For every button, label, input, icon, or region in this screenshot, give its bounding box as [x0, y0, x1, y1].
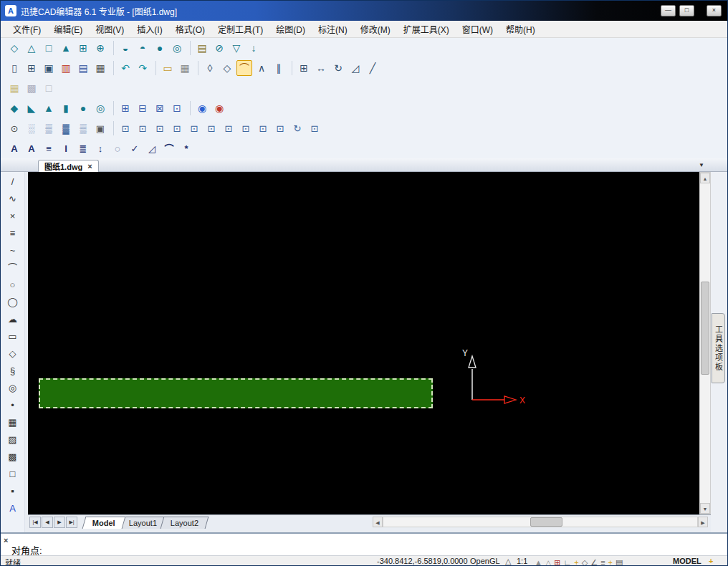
- 2d-solid-icon[interactable]: ◇: [6, 40, 22, 56]
- scroll-up-icon[interactable]: ▲: [700, 173, 710, 183]
- circle-icon[interactable]: ○: [5, 277, 21, 292]
- last-tab-button[interactable]: ▶|: [66, 517, 77, 528]
- union-icon[interactable]: ⊞: [118, 100, 133, 116]
- move-icon[interactable]: ↔: [313, 60, 329, 76]
- lineweight-icon[interactable]: ≡: [600, 557, 605, 566]
- next-tab-button[interactable]: ▶: [54, 517, 65, 528]
- torus-solid-icon[interactable]: ◎: [92, 100, 108, 116]
- open-folder-icon[interactable]: ▭: [160, 60, 176, 76]
- multiline-icon[interactable]: ≡: [5, 225, 21, 241]
- wireframe-icon[interactable]: ▒: [75, 120, 91, 136]
- orbit-view-icon[interactable]: ↻: [289, 120, 305, 136]
- prev-tab-button[interactable]: ◀: [42, 517, 53, 528]
- image-icon[interactable]: ▦: [177, 60, 193, 76]
- menu-window[interactable]: 窗口(W): [456, 21, 499, 37]
- command-close-icon[interactable]: ×: [4, 536, 8, 545]
- annotation-visibility-icon[interactable]: ▲: [535, 557, 542, 566]
- scale-text-icon[interactable]: ◿: [144, 140, 160, 156]
- donut-icon[interactable]: ◎: [5, 380, 21, 395]
- menu-insert[interactable]: 插入(I): [130, 21, 168, 37]
- polyline-icon[interactable]: ∿: [5, 191, 21, 206]
- document-tab[interactable]: 图纸1.dwg ×: [38, 160, 99, 172]
- perspective-view-icon[interactable]: ⊡: [307, 120, 322, 136]
- hide-icon[interactable]: ░: [24, 120, 39, 136]
- region-icon[interactable]: □: [5, 466, 21, 481]
- mtext-icon[interactable]: A: [5, 500, 21, 516]
- scale-label[interactable]: 1:1: [517, 557, 527, 565]
- horizontal-scroll-track[interactable]: [383, 517, 698, 527]
- offset-icon[interactable]: ∥: [271, 60, 287, 76]
- tab-close-icon[interactable]: ×: [87, 162, 92, 171]
- gradient-icon[interactable]: ▩: [5, 449, 21, 464]
- menu-express-tools[interactable]: 扩展工具(X): [397, 21, 456, 37]
- tab-layout2[interactable]: Layout2: [161, 517, 209, 529]
- dish-icon[interactable]: ◒: [118, 40, 133, 56]
- helix-icon[interactable]: §: [5, 363, 21, 378]
- explode-text-icon[interactable]: *: [178, 140, 194, 156]
- horizontal-scrollbar[interactable]: ◀ ▶: [373, 517, 708, 527]
- array-icon[interactable]: ⊞: [296, 60, 312, 76]
- redo-icon[interactable]: ↷: [135, 60, 150, 76]
- workspace-icon[interactable]: ⊞: [554, 557, 560, 566]
- 3d-face-icon[interactable]: △: [24, 40, 39, 56]
- crosshair-plus-icon[interactable]: +: [709, 557, 713, 565]
- minimize-button[interactable]: —: [661, 5, 676, 16]
- pyramid-icon[interactable]: ▲: [58, 40, 74, 56]
- otrack-icon[interactable]: ∠: [590, 557, 598, 566]
- text-height-icon[interactable]: ↕: [92, 140, 108, 156]
- intersect-icon[interactable]: ⊠: [152, 100, 168, 116]
- text-style-icon[interactable]: A: [6, 140, 22, 156]
- vertical-scrollbar[interactable]: ▲ ▼: [699, 172, 711, 514]
- box-surface-icon[interactable]: □: [41, 40, 57, 56]
- polar-icon[interactable]: +: [574, 557, 578, 566]
- selected-rectangle[interactable]: [39, 378, 433, 408]
- dyn-input-icon[interactable]: +: [608, 557, 613, 566]
- ortho-icon[interactable]: ∟: [564, 557, 572, 566]
- model-space-toggle[interactable]: MODEL: [673, 557, 701, 565]
- edit-text-icon[interactable]: I: [58, 140, 74, 156]
- text-align-icon[interactable]: ≣: [75, 140, 91, 156]
- maximize-button[interactable]: □: [679, 5, 694, 16]
- revision-cloud-icon[interactable]: ☁: [5, 311, 21, 327]
- menu-dimension[interactable]: 标注(N): [312, 21, 354, 37]
- tab-model[interactable]: Model: [82, 517, 126, 529]
- menu-format[interactable]: 格式(O): [169, 21, 211, 37]
- image-adjust-icon[interactable]: ▩: [24, 80, 39, 96]
- line-icon[interactable]: /: [5, 173, 21, 189]
- right-view-icon[interactable]: ⊡: [169, 120, 185, 136]
- wipeout-icon[interactable]: ▪: [5, 483, 21, 499]
- light-icon[interactable]: ◉: [211, 100, 227, 116]
- torus-surface-icon[interactable]: ◎: [169, 40, 185, 56]
- shade-icon[interactable]: ▒: [41, 120, 57, 136]
- close-button[interactable]: ×: [707, 5, 722, 16]
- solid-edit-icon[interactable]: ⊡: [169, 100, 185, 116]
- bottom-view-icon[interactable]: ⊡: [135, 120, 150, 136]
- camera-icon[interactable]: ▣: [92, 120, 108, 136]
- block-icon[interactable]: ▦: [5, 414, 21, 430]
- rotate-icon[interactable]: ↻: [330, 60, 346, 76]
- menu-draw[interactable]: 绘图(D): [269, 21, 312, 37]
- window-tile-icon[interactable]: ▣: [41, 60, 57, 76]
- clip-xref-icon[interactable]: ⊘: [211, 40, 227, 56]
- multiline-text-icon[interactable]: ≡: [41, 140, 57, 156]
- sphere-surface-icon[interactable]: ●: [152, 40, 168, 56]
- point-icon[interactable]: •: [5, 397, 21, 413]
- undo-icon[interactable]: ↶: [118, 60, 133, 76]
- vertical-scroll-thumb[interactable]: [701, 282, 709, 375]
- scroll-down-icon[interactable]: ▼: [700, 503, 710, 514]
- scroll-left-icon[interactable]: ◀: [373, 517, 383, 527]
- spline-icon[interactable]: ~: [5, 242, 21, 258]
- tab-overflow-icon[interactable]: ▼: [699, 162, 704, 168]
- wedge-solid-icon[interactable]: ◣: [24, 100, 39, 116]
- named-views-icon[interactable]: ⊙: [6, 120, 22, 136]
- drawing-canvas[interactable]: Y X: [28, 172, 699, 514]
- single-line-text-icon[interactable]: A: [24, 140, 39, 156]
- 3d-mesh-icon[interactable]: ⊞: [75, 40, 91, 56]
- copy-object-icon[interactable]: ◇: [219, 60, 235, 76]
- cylinder-solid-icon[interactable]: ▮: [58, 100, 74, 116]
- menu-modify[interactable]: 修改(M): [354, 21, 397, 37]
- scale-icon[interactable]: ◿: [348, 60, 363, 76]
- attach-xref-icon[interactable]: ▤: [194, 40, 210, 56]
- arc-icon[interactable]: ⌒: [5, 259, 21, 275]
- gouraud-shade-icon[interactable]: ▓: [58, 120, 74, 136]
